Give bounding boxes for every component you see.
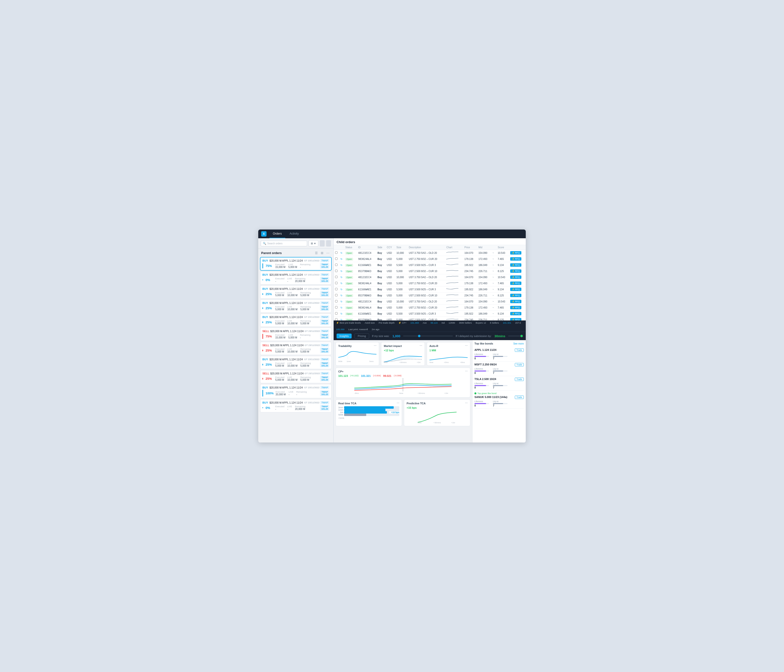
delay-slider[interactable] bbox=[508, 336, 523, 336]
rfq-button[interactable]: ⚡ RFQ bbox=[510, 312, 522, 315]
order-card[interactable]: BUY $20,000 M APPL 1.124 11/24 GT 23/11/… bbox=[260, 257, 331, 271]
filter-button[interactable]: ⊞ ▼ bbox=[309, 240, 318, 247]
more-options-btn[interactable]: ⋯ bbox=[325, 250, 330, 255]
order-card[interactable]: SELL $20,000 M APPL 1.124 11/24 GT 23/11… bbox=[260, 328, 331, 341]
delay-slider-handle[interactable] bbox=[520, 335, 523, 337]
rfq-button[interactable]: ⚡ RFQ bbox=[510, 306, 522, 309]
grid-view-btn[interactable]: ⊞ bbox=[320, 250, 324, 255]
trade-button[interactable]: Trade bbox=[515, 363, 524, 366]
trade-button[interactable]: Trade bbox=[515, 395, 524, 399]
row-refresh[interactable]: ↻ bbox=[339, 256, 344, 262]
row-checkbox[interactable] bbox=[334, 317, 339, 321]
trade-button[interactable]: Trade bbox=[515, 348, 524, 352]
tab-orders[interactable]: Orders bbox=[269, 230, 285, 238]
row-checkbox[interactable] bbox=[334, 280, 339, 286]
row-refresh[interactable]: ↻ bbox=[339, 292, 344, 299]
bond-item: TSLA 2.500 10/24 Trade Likeness 8 Liq sc bbox=[474, 376, 524, 391]
analytics-section: Tradability ⋯ 500k 1mm 5mm bbox=[334, 340, 526, 442]
progress-fill bbox=[262, 334, 263, 339]
tab-activity[interactable]: Activity bbox=[286, 230, 302, 238]
table-row[interactable]: ↻ Open 983024AL4 Buy USD 5,000 UST 2.750… bbox=[334, 280, 526, 286]
order-metrics: Executed 5,000 M LIVE 10,000 M Remaining… bbox=[275, 362, 311, 367]
row-refresh[interactable]: ↻ bbox=[339, 250, 344, 256]
table-row[interactable]: ↻ Open 983024AL4 Buy USD 5,000 UST 2.750… bbox=[334, 256, 526, 262]
row-refresh[interactable]: ↻ bbox=[339, 262, 344, 268]
rfq-button[interactable]: ⚡ RFQ bbox=[510, 275, 522, 279]
rfq-button[interactable]: ⚡ RFQ bbox=[510, 300, 522, 303]
row-checkbox[interactable] bbox=[334, 274, 339, 280]
table-row[interactable]: ↻ Open 05379BAK3 Buy USD 5,000 UST 2.500… bbox=[334, 292, 526, 299]
rfq-button[interactable]: ⚡ RFQ bbox=[510, 282, 522, 285]
order-card[interactable]: BUY $20,000 M APPL 1.124 11/24 GT 23/11/… bbox=[260, 314, 331, 327]
rfq-button[interactable]: ⚡ RFQ bbox=[510, 288, 522, 291]
slider-handle[interactable] bbox=[418, 335, 420, 337]
row-refresh[interactable]: ↻ bbox=[339, 268, 344, 274]
pricing-tab[interactable]: Pricing bbox=[355, 333, 369, 339]
auto-r-menu[interactable]: ⋯ bbox=[465, 344, 468, 347]
tradability-menu[interactable]: ⋯ bbox=[374, 344, 376, 347]
row-checkbox[interactable] bbox=[334, 250, 339, 256]
rfq-button[interactable]: ⚡ RFQ bbox=[510, 269, 522, 273]
rfq-button[interactable]: ⚡ RFQ bbox=[510, 294, 522, 297]
metric-remaining: Remaining - bbox=[300, 263, 311, 268]
row-refresh[interactable]: ↻ bbox=[339, 280, 344, 286]
order-card[interactable]: SELL $20,000 M APPL 1.124 11/24 GT 23/11… bbox=[260, 342, 331, 355]
order-card[interactable]: BUY $20,000 M APPL 1.124 11/24 GT 23/11/… bbox=[260, 285, 331, 299]
table-row[interactable]: ↻ Open 61166WAE1 Buy USD 5,500 UST 3.500… bbox=[334, 311, 526, 317]
size-slider[interactable] bbox=[403, 336, 453, 336]
row-refresh[interactable]: ↻ bbox=[339, 305, 344, 311]
rfq-button[interactable]: ⚡ RFQ bbox=[510, 318, 522, 320]
cp-plus-menu[interactable]: ⋯ bbox=[465, 370, 468, 373]
row-refresh[interactable]: ↻ bbox=[339, 299, 344, 305]
row-checkbox[interactable] bbox=[334, 268, 339, 274]
table-row[interactable]: ↻ Open 983024AL4 Buy USD 5,000 UST 2.750… bbox=[334, 305, 526, 311]
metric-remaining: Remaining 20,000 M bbox=[295, 277, 305, 283]
order-card[interactable]: BUY $20,000 M APPL 1.124 11/24 GT 23/11/… bbox=[260, 384, 331, 398]
order-card[interactable]: BUY $20,000 M APPL 1.124 11/24 GT 23/11/… bbox=[260, 300, 331, 313]
order-card[interactable]: SELL $20,000 M APPL 1.124 11/24 GT 23/11… bbox=[260, 370, 331, 383]
row-side: Buy bbox=[376, 268, 385, 274]
see-more-link[interactable]: See more bbox=[513, 342, 524, 345]
rfq-button[interactable]: ⚡ RFQ bbox=[510, 257, 522, 261]
row-refresh[interactable]: ↻ bbox=[339, 286, 344, 292]
table-row[interactable]: ↻ Open 48121ECC4 Buy USD 10,000 UST 3.75… bbox=[334, 299, 526, 305]
row-checkbox[interactable] bbox=[334, 299, 339, 305]
search-input-wrap[interactable]: 🔍 Search orders bbox=[261, 241, 307, 246]
table-row[interactable]: ↻ Open 48121ECC4 Buy USD 10,000 UST 3.75… bbox=[334, 250, 526, 256]
action-btn-1[interactable] bbox=[320, 240, 325, 247]
order-card[interactable]: BUY $20,000 M APPL 1.124 11/24 GT 23/11/… bbox=[260, 399, 331, 412]
predictive-tca-menu[interactable]: ⋯ bbox=[465, 401, 468, 405]
table-row[interactable]: ↻ Open 61166WAE1 Buy USD 5,500 UST 3.500… bbox=[334, 286, 526, 292]
metric-remaining: Remaining 5,000 M bbox=[300, 376, 311, 381]
col-refresh bbox=[339, 245, 344, 250]
sparkline-svg bbox=[446, 269, 458, 273]
market-impact-menu[interactable]: ⋯ bbox=[420, 344, 422, 347]
algo-name: TWAP bbox=[321, 334, 328, 336]
real-time-tca-menu[interactable]: ⋯ bbox=[397, 401, 399, 405]
row-checkbox[interactable] bbox=[334, 262, 339, 268]
list-view-btn[interactable]: ☰ bbox=[314, 250, 319, 255]
row-refresh[interactable]: ↻ bbox=[339, 311, 344, 317]
progress-fill bbox=[262, 378, 263, 380]
insights-tab[interactable]: Insights bbox=[336, 334, 352, 338]
row-checkbox[interactable] bbox=[334, 305, 339, 311]
table-row[interactable]: ↻ Open 05379BAK3 Buy USD 5,000 UST 2.500… bbox=[334, 317, 526, 321]
order-card[interactable]: BUY $20,000 M APPL 1.124 11/24 GT 23/11/… bbox=[260, 271, 331, 285]
rfq-button[interactable]: ⚡ RFQ bbox=[510, 251, 522, 255]
row-checkbox[interactable] bbox=[334, 286, 339, 292]
table-row[interactable]: ↻ Open 61166WAE1 Buy USD 5,500 UST 3.500… bbox=[334, 262, 526, 268]
row-checkbox[interactable] bbox=[334, 256, 339, 262]
table-row[interactable]: ↻ Open 05379BAK3 Buy USD 5,000 UST 2.500… bbox=[334, 268, 526, 274]
table-row[interactable]: ↻ Open 48121ECC4 Buy USD 10,000 UST 3.75… bbox=[334, 274, 526, 280]
order-card[interactable]: BUY $20,000 M APPL 1.124 11/24 GT 23/11/… bbox=[260, 356, 331, 369]
row-checkbox[interactable] bbox=[334, 311, 339, 317]
action-btn-2[interactable] bbox=[326, 240, 331, 247]
row-checkbox[interactable] bbox=[334, 292, 339, 299]
row-rfq-cell: ⚡ RFQ bbox=[509, 262, 526, 268]
trade-button[interactable]: Trade bbox=[515, 378, 524, 381]
rfq-button[interactable]: ⚡ RFQ bbox=[510, 263, 522, 267]
row-spread: ~ bbox=[491, 286, 496, 292]
col-score: Score bbox=[496, 245, 509, 250]
row-refresh[interactable]: ↻ bbox=[339, 317, 344, 321]
row-refresh[interactable]: ↻ bbox=[339, 274, 344, 280]
